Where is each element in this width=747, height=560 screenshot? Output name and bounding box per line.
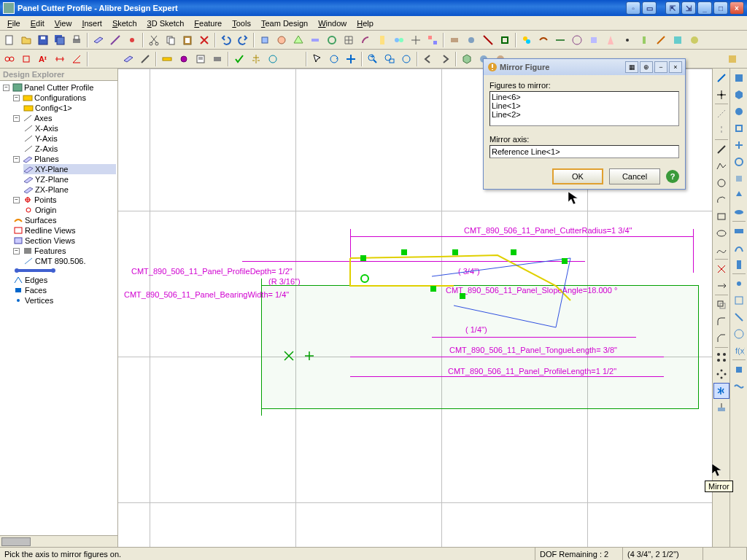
view-tool-icon[interactable]: [731, 154, 747, 170]
tree-configurations[interactable]: −Configurations: [13, 93, 116, 103]
tree-features[interactable]: −Features: [13, 246, 116, 256]
dialog-titlebar[interactable]: Mirror Figure ▦ ⊕ − ×: [484, 59, 685, 75]
menu-3dsketch[interactable]: 3D Sketch: [143, 18, 189, 29]
view-tool-icon[interactable]: [731, 120, 747, 136]
menu-help[interactable]: Help: [352, 18, 378, 29]
pattern-tool-icon[interactable]: [713, 349, 729, 365]
tree-vertices[interactable]: Vertices: [13, 295, 116, 306]
menu-feature[interactable]: Feature: [190, 18, 226, 29]
view-tool-icon[interactable]: [731, 309, 747, 325]
tree-edges[interactable]: Edges: [13, 275, 116, 285]
cancel-button[interactable]: Cancel: [609, 168, 660, 184]
balance-icon[interactable]: [248, 51, 264, 67]
view-tool-icon[interactable]: [731, 87, 747, 103]
sketch-gear-icon[interactable]: [176, 51, 192, 67]
list-item[interactable]: Line<2>: [492, 110, 677, 119]
saveall-icon[interactable]: [52, 32, 68, 48]
tree-yaxis[interactable]: Y-Axis: [23, 133, 116, 144]
select-icon[interactable]: [309, 51, 325, 67]
view-tool-icon[interactable]: [731, 276, 747, 292]
tool-icon[interactable]: [670, 32, 686, 48]
point-tool-icon[interactable]: [713, 87, 729, 103]
mdi-btn-1[interactable]: ▫: [626, 1, 640, 15]
dialog-minimize-button[interactable]: −: [654, 61, 667, 73]
view-tool-icon[interactable]: [731, 292, 747, 308]
view-tool-icon[interactable]: [731, 362, 747, 378]
view-tool-icon[interactable]: [731, 378, 747, 394]
maximize-button[interactable]: □: [713, 1, 728, 15]
tool-icon[interactable]: [480, 32, 496, 48]
rotate-icon[interactable]: [326, 51, 342, 67]
tool-icon[interactable]: [463, 32, 479, 48]
tool-icon[interactable]: [374, 32, 390, 48]
polyline-tool-icon[interactable]: [713, 158, 729, 174]
arc-tool-icon[interactable]: [713, 192, 729, 208]
circle-tool-icon[interactable]: [713, 175, 729, 191]
constraint-angle-icon[interactable]: [69, 51, 85, 67]
menu-insert[interactable]: Insert: [77, 18, 107, 29]
tool-icon[interactable]: [519, 32, 535, 48]
spline-tool-icon[interactable]: [713, 242, 729, 258]
tree-points[interactable]: −Points: [13, 195, 116, 205]
tree-zaxis[interactable]: Z-Axis: [23, 144, 116, 154]
plane-icon[interactable]: [90, 32, 107, 48]
offset-tool-icon[interactable]: [713, 297, 729, 313]
axis-icon[interactable]: [107, 32, 123, 48]
menu-tools[interactable]: Tools: [228, 18, 255, 29]
menu-file[interactable]: File: [3, 18, 25, 29]
tree-origin[interactable]: Origin: [23, 205, 116, 215]
zoom-fit-icon[interactable]: [398, 51, 414, 67]
dialog-close-button[interactable]: ×: [669, 61, 682, 73]
view-tool-icon[interactable]: [731, 70, 747, 86]
sketch-line-icon[interactable]: [137, 51, 153, 67]
dim-bearing-width[interactable]: CMT_890_506_11_Panel_BearingWidth= 1/4": [124, 290, 289, 299]
close-button[interactable]: ×: [729, 1, 744, 15]
tool-icon[interactable]: [274, 32, 290, 48]
dim-profile-length[interactable]: CMT_890_506_11_Panel_ProfileLength=1 1/2…: [448, 367, 616, 376]
dialog-calendar-icon[interactable]: ▦: [625, 61, 638, 73]
new-icon[interactable]: [1, 32, 18, 48]
mirror-tool-icon[interactable]: [713, 383, 729, 399]
menu-sketch[interactable]: Sketch: [108, 18, 142, 29]
figures-listbox[interactable]: Line<6> Line<1> Line<2>: [489, 91, 679, 126]
tree-sketch[interactable]: CMT 890.506.: [23, 256, 116, 266]
view-tool-icon[interactable]: [731, 204, 747, 220]
print-icon[interactable]: [69, 32, 85, 48]
tree-yzplane[interactable]: YZ-Plane: [23, 174, 116, 184]
cut-icon[interactable]: [146, 32, 162, 48]
view-tool-icon[interactable]: f(x): [731, 343, 747, 359]
tree-redline[interactable]: Redline Views: [13, 225, 116, 236]
point-icon[interactable]: [124, 32, 140, 48]
view-tool-icon[interactable]: [731, 171, 747, 187]
delete-icon[interactable]: [196, 32, 212, 48]
tool-icon[interactable]: [446, 32, 462, 48]
tool-icon[interactable]: [425, 32, 441, 48]
mdi-btn-2[interactable]: ▭: [642, 1, 657, 15]
sketch-rect-icon[interactable]: [209, 51, 225, 67]
trim-tool-icon[interactable]: [713, 261, 729, 277]
sketch-list-icon[interactable]: [193, 51, 209, 67]
constraint-dim-icon[interactable]: [52, 51, 68, 67]
circpattern-tool-icon[interactable]: [713, 366, 729, 382]
tree-xaxis[interactable]: X-Axis: [23, 123, 116, 133]
view-tool-icon[interactable]: [731, 257, 747, 273]
restore-down-icon[interactable]: ⇱: [665, 1, 680, 15]
tree-planes[interactable]: −Planes: [13, 154, 116, 164]
redo-icon[interactable]: [235, 32, 251, 48]
tree-section[interactable]: Section Views: [13, 236, 116, 246]
analyze-icon[interactable]: [265, 51, 281, 67]
tool-icon[interactable]: [686, 32, 703, 48]
zoom-in-icon[interactable]: +: [365, 51, 381, 67]
tool-icon[interactable]: [391, 32, 407, 48]
tool-icon[interactable]: [341, 32, 357, 48]
save-icon[interactable]: [35, 32, 51, 48]
next-view-icon[interactable]: [437, 51, 453, 67]
tool-icon[interactable]: [653, 32, 669, 48]
paste-icon[interactable]: [179, 32, 196, 48]
tool-icon[interactable]: [324, 32, 340, 48]
constraint-square-icon[interactable]: [18, 51, 34, 67]
open-icon[interactable]: [18, 32, 34, 48]
ellipse-tool-icon[interactable]: [713, 225, 729, 241]
view-tool-icon[interactable]: [731, 187, 747, 203]
dialog-pin-icon[interactable]: ⊕: [640, 61, 653, 73]
